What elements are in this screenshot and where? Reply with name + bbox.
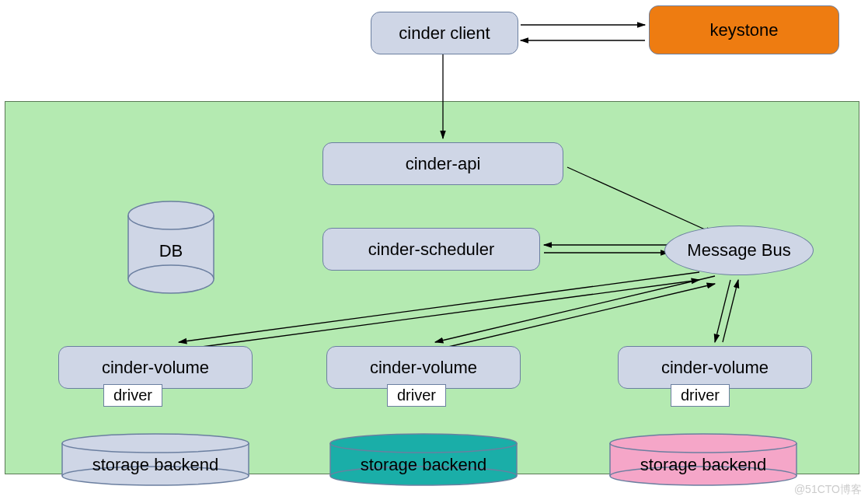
- storage-backend-1: storage backend: [54, 432, 256, 490]
- storage-backend-2: storage backend: [322, 432, 525, 490]
- svg-line-9: [435, 284, 715, 350]
- db-cylinder-icon: DB: [120, 198, 221, 299]
- cinder-volume-label-1: cinder-volume: [102, 358, 209, 378]
- backend-label-3: storage backend: [640, 455, 767, 474]
- backend-label-2: storage backend: [361, 455, 487, 474]
- svg-point-16: [128, 265, 214, 293]
- svg-line-11: [723, 280, 738, 342]
- driver-label-2: driver: [397, 386, 436, 404]
- cinder-api-label: cinder-api: [406, 154, 481, 174]
- cinder-volume-label-2: cinder-volume: [370, 358, 477, 378]
- message-bus-node: Message Bus: [664, 226, 814, 275]
- driver-label-1: driver: [113, 386, 152, 404]
- storage-backend-3: storage backend: [602, 432, 804, 490]
- cinder-scheduler-node: cinder-scheduler: [322, 228, 540, 271]
- svg-line-3: [567, 167, 713, 233]
- message-bus-label: Message Bus: [687, 240, 790, 260]
- driver-box-3: driver: [671, 384, 730, 407]
- cinder-api-node: cinder-api: [322, 142, 563, 185]
- svg-line-7: [179, 280, 699, 350]
- driver-box-2: driver: [387, 384, 446, 407]
- cinder-volume-label-3: cinder-volume: [661, 358, 769, 378]
- cinder-client-node: cinder client: [371, 12, 518, 54]
- svg-line-8: [435, 276, 715, 342]
- architecture-diagram: cinder client keystone cinder-api cinder…: [0, 0, 868, 500]
- cinder-volume-node-2: cinder-volume: [326, 346, 521, 389]
- backend-label-1: storage backend: [92, 455, 219, 474]
- cinder-scheduler-label: cinder-scheduler: [368, 240, 495, 260]
- cinder-volume-node-3: cinder-volume: [618, 346, 812, 389]
- svg-line-10: [715, 280, 730, 342]
- svg-line-6: [179, 272, 699, 342]
- watermark-text: @51CTO博客: [794, 483, 862, 497]
- driver-box-1: driver: [103, 384, 162, 407]
- cinder-volume-node-1: cinder-volume: [58, 346, 253, 389]
- cinder-client-label: cinder client: [399, 23, 490, 44]
- driver-label-3: driver: [681, 386, 720, 404]
- keystone-node: keystone: [649, 5, 839, 54]
- keystone-label: keystone: [709, 20, 778, 40]
- db-label: DB: [159, 241, 183, 260]
